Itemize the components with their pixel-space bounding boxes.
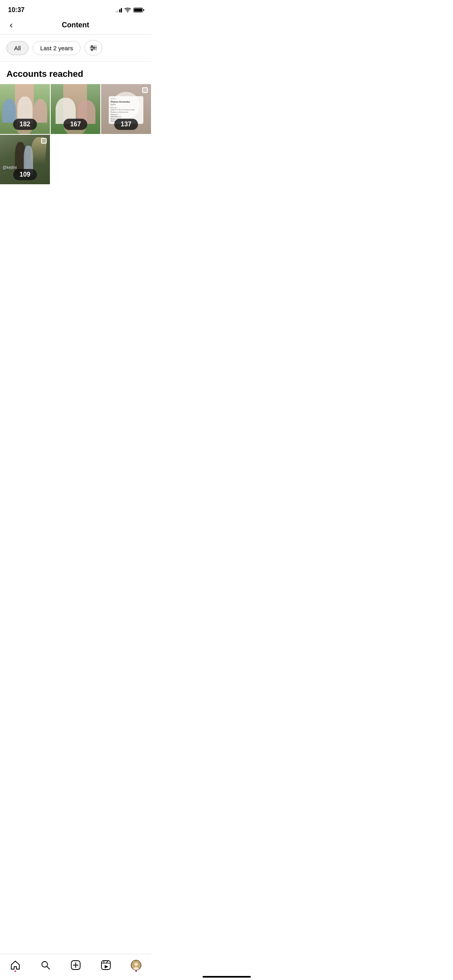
section-title: Accounts reached bbox=[0, 62, 151, 84]
page-header: ‹ Content bbox=[0, 18, 151, 35]
post-count-3: 137 bbox=[114, 119, 138, 130]
signal-icon bbox=[116, 8, 122, 12]
status-bar: 10:37 bbox=[0, 0, 151, 18]
battery-icon bbox=[133, 8, 143, 12]
page-title: Content bbox=[62, 21, 89, 29]
post-count-1: 182 bbox=[13, 119, 37, 130]
story-indicator-3 bbox=[142, 87, 148, 93]
sliders-icon bbox=[90, 46, 97, 50]
status-time: 10:37 bbox=[8, 6, 25, 14]
post-item-2[interactable]: 167 bbox=[51, 84, 101, 134]
status-icons bbox=[116, 8, 143, 12]
post-item-3[interactable]: moliwie Piękna Dominika @gdka Kolor @...… bbox=[101, 84, 151, 134]
post-count-2: 167 bbox=[64, 119, 87, 130]
filter-date-button[interactable]: Last 2 years bbox=[33, 41, 81, 55]
content-grid: 182 167 moliwie Piękna Dominika @gdka Ko… bbox=[0, 84, 151, 134]
filter-options-button[interactable] bbox=[85, 40, 102, 56]
username-4: @kejtini bbox=[2, 165, 17, 170]
post-item-1[interactable]: 182 bbox=[0, 84, 50, 134]
story-indicator-4 bbox=[41, 138, 47, 144]
content-grid-row2: @kejtini 109 bbox=[0, 135, 151, 185]
post-count-4: 109 bbox=[13, 169, 37, 180]
wifi-icon bbox=[124, 8, 131, 12]
filter-bar: All Last 2 years bbox=[0, 35, 151, 62]
filter-all-button[interactable]: All bbox=[6, 41, 29, 55]
back-button[interactable]: ‹ bbox=[6, 19, 16, 32]
post-item-4[interactable]: @kejtini 109 bbox=[0, 135, 50, 185]
